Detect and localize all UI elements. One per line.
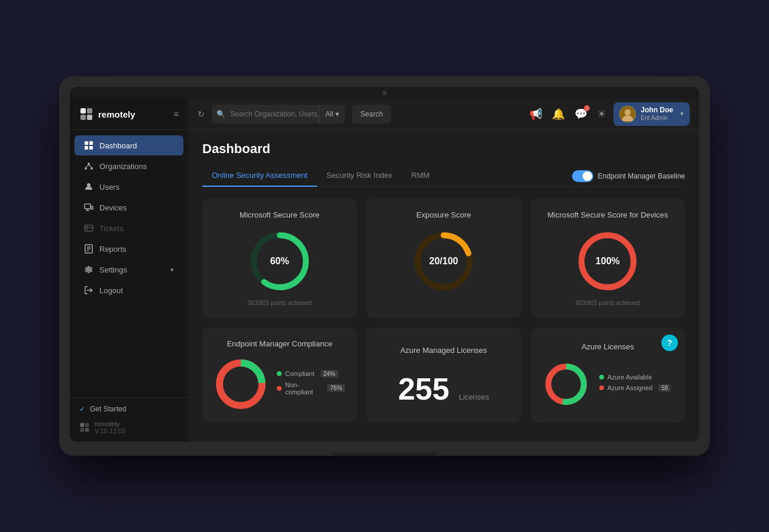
camera (382, 90, 387, 95)
azure-assigned-badge: 58 (658, 384, 671, 392)
azure-legend: Azure Available Azure Assigned 58 (599, 374, 671, 395)
sidebar-item-settings[interactable]: Settings ▾ (75, 259, 183, 280)
logout-icon (84, 286, 93, 295)
search-filter-label: All (325, 110, 333, 118)
donut-es: 20/100 (411, 229, 476, 294)
svg-point-8 (88, 163, 90, 165)
sidebar-bottom: ✓ Get Started remotely V.10.12.03 (70, 397, 188, 442)
non-compliant-badge: 76% (327, 384, 345, 392)
legend-azure-assigned: Azure Assigned 58 (599, 384, 671, 392)
search-button[interactable]: Search (352, 105, 391, 124)
sidebar-nav: Dashboard Organizations (70, 130, 188, 397)
sidebar-item-dashboard-label: Dashboard (99, 141, 137, 150)
card-subtext-mss: 363/903 points acheived (247, 300, 311, 306)
user-info: John Doe Ent Admin (641, 106, 673, 121)
sidebar-item-organizations[interactable]: Organizations (75, 156, 183, 176)
svg-line-11 (86, 165, 89, 167)
refresh-button[interactable]: ↻ (198, 109, 205, 119)
tabs-row: Online Security Assessment Security Risk… (202, 166, 685, 187)
sidebar-item-users-label: Users (99, 183, 119, 192)
card-title-es: Exposure Score (378, 210, 509, 219)
settings-chevron-icon: ▾ (170, 266, 174, 274)
sidebar: remotely ≡ Dashboard (70, 99, 188, 442)
sidebar-item-dashboard[interactable]: Dashboard (75, 135, 183, 155)
collapse-button[interactable]: ≡ (174, 109, 179, 119)
user-name: John Doe (641, 106, 673, 114)
users-icon (84, 182, 93, 192)
get-started-label: Get Started (90, 405, 126, 413)
search-icon: 🔍 (212, 110, 230, 118)
sidebar-item-devices-label: Devices (99, 203, 127, 212)
card-title-emc: Endpoint Manager Compliance (214, 339, 345, 348)
search-filter-dropdown[interactable]: All ▾ (319, 105, 345, 124)
azure-available-dot (599, 375, 604, 379)
card-title-aml: Azure Managed Licenses (378, 346, 509, 355)
theme-icon[interactable]: ☀ (597, 108, 606, 121)
donut-svg-al (542, 361, 590, 408)
alerts-icon[interactable]: 💬 1 (574, 108, 587, 121)
donut-label-mssd: 100% (596, 256, 620, 267)
svg-rect-25 (85, 423, 89, 427)
svg-point-10 (91, 167, 93, 170)
user-profile[interactable]: John Doe Ent Admin ▾ (613, 102, 690, 126)
donut-svg-emc (214, 358, 267, 411)
dashboard-icon (84, 141, 93, 150)
donut-label-es: 20/100 (429, 256, 458, 267)
sidebar-item-logout[interactable]: Logout (75, 280, 183, 300)
svg-rect-18 (85, 225, 93, 231)
version-number: V.10.12.03 (95, 427, 125, 434)
sidebar-item-organizations-label: Organizations (99, 162, 147, 171)
app-name: remotely (98, 109, 135, 119)
tab-security-risk-index[interactable]: Security Risk Index (317, 166, 402, 187)
legend-azure-available: Azure Available (599, 374, 671, 381)
svg-rect-3 (87, 115, 92, 120)
avatar (619, 106, 636, 122)
settings-icon (84, 265, 93, 274)
svg-rect-1 (87, 108, 92, 113)
donut-label-mss: 60% (270, 256, 289, 267)
tab-online-security-assessment[interactable]: Online Security Assessment (202, 166, 317, 187)
main-content: ↻ 🔍 All ▾ Search 📢 🔔 (188, 99, 699, 442)
dropdown-chevron-icon: ▾ (335, 110, 339, 118)
get-started-item[interactable]: ✓ Get Started (79, 405, 179, 413)
toggle-knob (583, 171, 592, 181)
svg-point-29 (625, 109, 631, 115)
notifications-icon[interactable]: 🔔 (552, 108, 565, 121)
microsoft-secure-devices-card: Microsoft Secure Score for Devices 100% (531, 199, 685, 318)
sidebar-item-settings-label: Settings (99, 265, 127, 274)
svg-line-12 (89, 165, 92, 167)
tab-rmm[interactable]: RMM (402, 166, 439, 187)
sidebar-item-devices[interactable]: Devices (75, 197, 183, 218)
donut-emc (214, 358, 267, 411)
endpoint-manager-toggle[interactable] (572, 170, 593, 182)
svg-rect-0 (80, 108, 86, 113)
donut-mss: 60% (247, 229, 312, 294)
svg-rect-26 (80, 428, 85, 432)
help-button[interactable]: ? (661, 335, 678, 351)
search-input[interactable] (230, 110, 319, 118)
sidebar-item-reports[interactable]: Reports (75, 239, 183, 259)
svg-rect-14 (85, 204, 91, 209)
svg-rect-17 (91, 206, 93, 209)
sidebar-item-users[interactable]: Users (75, 177, 183, 197)
announcements-icon[interactable]: 📢 (529, 108, 542, 121)
legend-compliant: Compliant 24% (277, 370, 345, 378)
user-role: Ent Admin (641, 115, 673, 122)
card-title-al: Azure Licenses (542, 342, 673, 351)
sidebar-item-logout-label: Logout (99, 286, 123, 295)
svg-rect-27 (85, 428, 89, 432)
devices-icon (84, 203, 93, 212)
search-bar: 🔍 All ▾ (212, 105, 345, 124)
compliant-badge: 24% (321, 370, 338, 378)
endpoint-manager-toggle-row: Endpoint Manager Baseline (572, 170, 685, 182)
donut-value-es: 20/100 (429, 256, 458, 266)
version-logo-icon (79, 422, 90, 433)
sidebar-item-reports-label: Reports (99, 245, 127, 254)
version-app-name: remotely (95, 420, 125, 427)
laptop-base (70, 443, 699, 456)
version-info: remotely V.10.12.03 (79, 420, 179, 434)
card-title-mssd: Microsoft Secure Score for Devices (542, 210, 673, 219)
non-compliant-dot (277, 386, 282, 391)
logo-area: remotely ≡ (70, 99, 188, 130)
azure-managed-licenses-card: Azure Managed Licenses 255 Licenses (366, 327, 521, 423)
